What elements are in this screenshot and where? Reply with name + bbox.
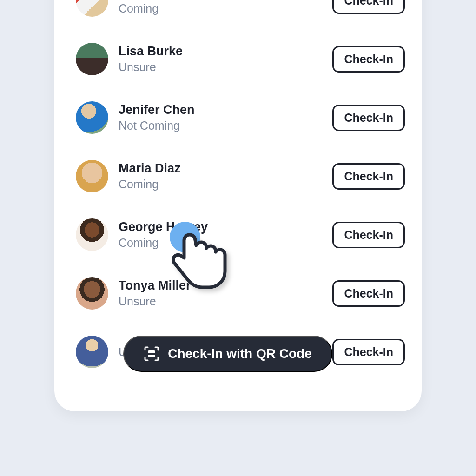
check-in-button[interactable]: Check-In: [332, 105, 405, 131]
attendee-status: Unsure: [119, 60, 332, 75]
attendee-status: Coming: [119, 177, 332, 192]
check-in-button[interactable]: Check-In: [332, 163, 405, 190]
check-in-button[interactable]: Check-In: [332, 339, 405, 365]
attendee-info: Maria Diaz Coming: [108, 161, 332, 192]
attendee-info: Jenifer Chen Not Coming: [108, 102, 332, 133]
qr-button-label: Check-In with QR Code: [168, 346, 312, 361]
check-in-button[interactable]: Check-In: [332, 222, 405, 248]
avatar: [76, 0, 108, 17]
qr-scan-icon: [144, 346, 159, 362]
list-item[interactable]: Tonya Miller Unsure Check-In: [76, 264, 405, 323]
check-in-button[interactable]: Check-In: [332, 0, 405, 14]
list-item[interactable]: Maria Diaz Coming Check-In: [76, 147, 405, 205]
attendee-name: Maria Diaz: [119, 161, 332, 177]
avatar: [76, 336, 108, 368]
svg-rect-0: [148, 350, 155, 353]
attendee-name: Jenifer Chen: [119, 102, 332, 118]
attendee-name: Lisa Burke: [119, 44, 332, 60]
attendee-info: Brian Barkman Coming: [108, 0, 332, 16]
list-item[interactable]: Jenifer Chen Not Coming Check-In: [76, 88, 405, 147]
attendee-status: Coming: [119, 1, 332, 16]
attendee-status: Not Coming: [119, 118, 332, 133]
list-item[interactable]: Brian Barkman Coming Check-In: [76, 0, 405, 30]
list-item[interactable]: George Harvey Coming Check-In: [76, 205, 405, 264]
avatar: [76, 277, 108, 310]
check-in-button[interactable]: Check-In: [332, 280, 405, 307]
avatar: [76, 43, 108, 75]
attendee-info: Lisa Burke Unsure: [108, 44, 332, 74]
list-item[interactable]: Lisa Burke Unsure Check-In: [76, 30, 405, 88]
check-in-qr-button[interactable]: Check-In with QR Code: [123, 336, 332, 372]
check-in-button[interactable]: Check-In: [332, 46, 405, 73]
avatar: [76, 218, 108, 251]
svg-rect-1: [148, 355, 155, 357]
avatar: [76, 101, 108, 134]
avatar: [76, 160, 108, 192]
pointer-hand-icon: [172, 232, 228, 297]
attendee-list: Brian Barkman Coming Check-In Lisa Burke…: [76, 0, 405, 381]
